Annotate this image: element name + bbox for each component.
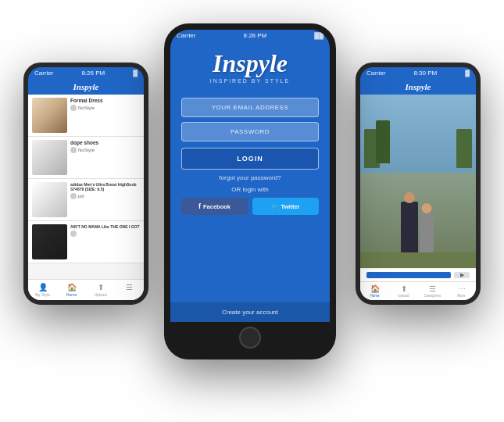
app-logo: Inspyle (210, 51, 290, 76)
user-avatar-dot (70, 105, 77, 111)
categories-icon: ☰ (429, 284, 436, 293)
feed-thumb-shirt (32, 224, 67, 259)
app-tagline: INSPIRED BY STYLE (210, 78, 290, 84)
nav-item-home-right[interactable]: 🏠 Home (360, 284, 389, 298)
nav-item-more[interactable]: ☰ (115, 283, 144, 297)
logo-area: Inspyle INSPIRED BY STYLE (210, 41, 290, 91)
right-app-name: Inspyle (406, 82, 431, 91)
right-status-bar: Carrier 8:30 PM ▓ (360, 67, 476, 79)
twitter-login-button[interactable]: 🐦 Twitter (252, 198, 319, 215)
feed-thumb-sneakers (32, 182, 67, 217)
upload-icon: ⬆ (98, 283, 104, 291)
more-icon: ⋯ (458, 284, 466, 293)
left-header: Inspyle (28, 79, 144, 95)
feed-title: Formal Dress (70, 98, 140, 103)
twitter-icon: 🐦 (271, 203, 278, 210)
home-icon: 🏠 (67, 283, 77, 291)
right-battery-icon: ▓ (465, 70, 470, 77)
photo-main (360, 95, 476, 268)
right-carrier: Carrier (366, 70, 385, 77)
feed-user: js6 (70, 193, 140, 199)
phone-left: Carrier 8:26 PM ▓ Inspyle Formal Dress (23, 63, 148, 305)
list-item[interactable]: Formal Dress NoStyle (28, 95, 144, 137)
login-button[interactable]: LOGIN (181, 148, 319, 170)
left-carrier: Carrier (34, 70, 53, 77)
center-carrier: Carrier (177, 32, 195, 39)
feed-content[interactable]: Formal Dress NoStyle dope shoes (28, 95, 144, 279)
feed-user (70, 231, 140, 237)
left-feed-screen: Inspyle Formal Dress NoStyle (28, 79, 144, 300)
nav-item-upload-right[interactable]: ⬆ Upload (389, 284, 418, 298)
home-button-wrap (170, 322, 330, 353)
facebook-icon: f (198, 202, 201, 210)
login-form: YOUR EMAIL ADDRESS PASSWORD LOGIN (181, 98, 319, 170)
phones-container: Carrier 8:26 PM ▓ Inspyle Formal Dress (0, 0, 504, 422)
user-avatar-dot (70, 193, 77, 199)
forgot-password-link[interactable]: forgot your password? (219, 174, 281, 181)
nav-item-mystyle[interactable]: 👤 My Style (28, 283, 57, 297)
feed-title: adidas Men's Ultra Boost HighSnob S74879… (70, 182, 140, 191)
home-button[interactable] (239, 327, 261, 349)
or-login-label: OR login with (231, 186, 269, 193)
right-action-bar: ▶ (360, 268, 476, 281)
user-avatar-dot (70, 231, 77, 237)
feed-thumb-shoes (32, 140, 67, 175)
left-time: 8:26 PM (81, 70, 105, 77)
right-header: Inspyle (360, 79, 476, 95)
nav-item-upload[interactable]: ⬆ Upload (86, 283, 115, 297)
create-account-label: Create your account (222, 309, 278, 316)
list-item[interactable]: AIN'T NO MAMA Like THE ONE I GOT (28, 221, 144, 263)
nav-item-home[interactable]: 🏠 Home (57, 283, 86, 297)
user-avatar-dot (70, 147, 77, 153)
upload-icon-right: ⬆ (401, 284, 407, 293)
nav-item-categories[interactable]: ☰ Categories (418, 284, 447, 298)
create-account-bar[interactable]: Create your account (170, 302, 330, 322)
bottom-nav-right: 🏠 Home ⬆ Upload ☰ Categories ⋯ More (360, 281, 476, 300)
right-arrow-icon[interactable]: ▶ (460, 272, 464, 278)
left-battery-icon: ▓ (133, 70, 138, 77)
facebook-login-button[interactable]: f Facebook (181, 198, 248, 215)
password-field[interactable]: PASSWORD (181, 122, 319, 141)
feed-thumb-dress (32, 98, 67, 133)
nav-item-more-right[interactable]: ⋯ More (447, 284, 476, 298)
menu-icon: ☰ (126, 283, 133, 291)
phone-right: Carrier 8:30 PM ▓ Inspyle (356, 63, 481, 305)
center-battery-icon: ▓▓ (314, 32, 323, 39)
mystyle-icon: 👤 (38, 283, 48, 291)
feed-title: AIN'T NO MAMA Like THE ONE I GOT (70, 224, 140, 229)
phone-center: Carrier 8:28 PM ▓▓ Inspyle INSPIRED BY S… (164, 23, 336, 359)
list-item[interactable]: adidas Men's Ultra Boost HighSnob S74879… (28, 179, 144, 221)
feed-title: dope shoes (70, 140, 140, 145)
center-time: 8:28 PM (243, 32, 266, 39)
center-status-bar: Carrier 8:28 PM ▓▓ (170, 30, 330, 41)
bottom-nav-left: 👤 My Style 🏠 Home ⬆ Upload ☰ (28, 279, 144, 300)
list-item[interactable]: dope shoes NoStyle (28, 137, 144, 179)
login-screen: Inspyle INSPIRED BY STYLE YOUR EMAIL ADD… (170, 41, 330, 322)
right-time: 8:30 PM (413, 70, 437, 77)
right-photo-screen: Inspyle (360, 79, 476, 300)
home-icon-right: 🏠 (370, 284, 380, 293)
feed-user: NoStyle (70, 105, 140, 111)
left-status-bar: Carrier 8:26 PM ▓ (28, 67, 144, 79)
email-field[interactable]: YOUR EMAIL ADDRESS (181, 98, 319, 117)
feed-user: NoStyle (70, 147, 140, 153)
social-buttons: f Facebook 🐦 Twitter (181, 198, 319, 215)
left-app-name: Inspyle (73, 82, 99, 91)
